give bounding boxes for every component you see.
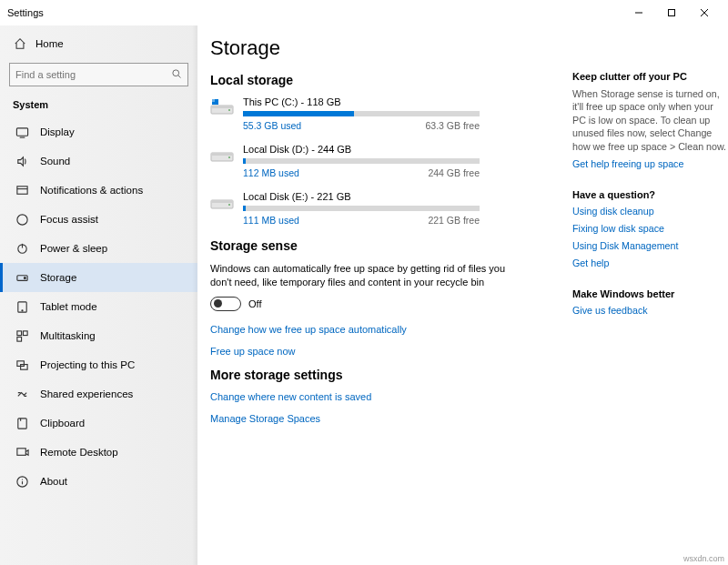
svg-rect-23	[17, 448, 25, 455]
svg-rect-36	[211, 200, 233, 203]
rail-question-links: Using disk cleanupFixing low disk spaceU…	[572, 206, 727, 268]
home-label: Home	[35, 38, 64, 49]
nav-icon	[15, 126, 29, 139]
svg-line-5	[178, 76, 181, 78]
free-label: 244 GB free	[428, 167, 480, 178]
nav-label: About	[40, 476, 67, 487]
nav-icon	[15, 184, 29, 197]
search-icon	[171, 68, 182, 81]
drive-name: This PC (C:) - 118 GB	[243, 96, 556, 107]
nav-item-notifications-actions[interactable]: Notifications & actions	[0, 176, 197, 205]
svg-point-13	[24, 277, 25, 278]
nav-label: Shared experiences	[40, 388, 133, 399]
rail-help-link[interactable]: Get help	[572, 257, 727, 268]
maximize-button[interactable]	[655, 0, 688, 25]
search-input-wrap[interactable]	[9, 63, 188, 86]
nav-item-focus-assist[interactable]: Focus assist	[0, 205, 197, 234]
storage-sense-desc: Windows can automatically free up space …	[210, 262, 529, 289]
nav-icon	[15, 417, 29, 430]
drive-name: Local Disk (E:) - 221 GB	[243, 191, 556, 202]
nav-item-shared-experiences[interactable]: Shared experiences	[0, 379, 197, 409]
toggle-state-label: Off	[248, 298, 261, 309]
nav-icon	[15, 446, 29, 459]
more-storage-heading: More storage settings	[210, 368, 556, 382]
rail-help-link[interactable]: Fixing low disk space	[572, 223, 727, 234]
nav-label: Storage	[40, 272, 76, 283]
home-button[interactable]: Home	[0, 29, 197, 57]
minimize-button[interactable]	[622, 0, 655, 25]
nav-icon	[15, 213, 29, 227]
nav-icon	[15, 329, 29, 343]
svg-point-4	[173, 70, 179, 76]
used-label: 55.3 GB used	[243, 120, 301, 131]
usage-bar	[243, 158, 480, 164]
nav-label: Focus assist	[40, 214, 98, 225]
storage-sense-toggle[interactable]	[210, 297, 241, 311]
titlebar: Settings	[0, 0, 728, 25]
svg-rect-30	[212, 99, 215, 102]
nav-label: Display	[40, 126, 75, 137]
page-title: Storage	[210, 36, 556, 60]
rail-clutter-link[interactable]: Get help freeing up space	[572, 158, 727, 169]
svg-rect-21	[18, 418, 26, 428]
sidebar: Home System DisplaySoundNotifications & …	[0, 25, 197, 565]
nav-item-sound[interactable]: Sound	[0, 146, 197, 176]
drive-icon	[210, 146, 234, 164]
change-how-link[interactable]: Change how we free up space automaticall…	[210, 324, 556, 335]
svg-rect-28	[211, 106, 233, 108]
rail-clutter-desc: When Storage sense is turned on, it'll f…	[572, 87, 727, 153]
nav-item-power-sleep[interactable]: Power & sleep	[0, 234, 197, 263]
nav-label: Notifications & actions	[40, 185, 143, 196]
free-label: 63.3 GB free	[425, 120, 480, 131]
nav-icon	[15, 475, 29, 489]
svg-rect-17	[23, 330, 27, 335]
watermark: wsxdn.com	[683, 554, 724, 563]
nav-label: Remote Desktop	[40, 447, 118, 458]
svg-rect-33	[211, 153, 233, 156]
close-button[interactable]	[688, 0, 721, 25]
nav-item-display[interactable]: Display	[0, 117, 197, 146]
nav-item-storage[interactable]: Storage	[0, 263, 197, 292]
nav-icon	[15, 271, 29, 285]
nav-item-tablet-mode[interactable]: Tablet mode	[0, 292, 197, 321]
nav-icon	[15, 388, 29, 401]
used-label: 112 MB used	[243, 167, 299, 178]
nav-list: DisplaySoundNotifications & actionsFocus…	[0, 117, 197, 496]
nav-icon	[15, 358, 29, 372]
rail-feedback-link[interactable]: Give us feedback	[572, 305, 727, 316]
rail-question-title: Have a question?	[572, 189, 727, 200]
drive-row[interactable]: Local Disk (D:) - 244 GB112 MB used244 G…	[210, 144, 556, 178]
nav-icon	[15, 300, 29, 314]
local-storage-heading: Local storage	[210, 73, 556, 87]
svg-rect-6	[16, 127, 27, 135]
rail-help-link[interactable]: Using Disk Management	[572, 240, 727, 251]
svg-rect-1	[669, 10, 675, 16]
nav-item-about[interactable]: About	[0, 467, 197, 496]
nav-item-projecting-to-this-pc[interactable]: Projecting to this PC	[0, 350, 197, 379]
main-pane: Storage Local storage This PC (C:) - 118…	[197, 25, 728, 565]
nav-label: Power & sleep	[40, 243, 107, 254]
free-up-now-link[interactable]: Free up space now	[210, 346, 556, 357]
usage-bar	[243, 206, 480, 211]
rail-help-link[interactable]: Using disk cleanup	[572, 206, 727, 217]
svg-rect-8	[17, 186, 27, 193]
svg-point-37	[228, 204, 230, 206]
drive-row[interactable]: This PC (C:) - 118 GB55.3 GB used63.3 GB…	[210, 96, 556, 131]
free-label: 221 GB free	[428, 215, 480, 226]
used-label: 111 MB used	[243, 215, 299, 226]
drive-icon	[210, 193, 234, 211]
nav-item-multitasking[interactable]: Multitasking	[0, 321, 197, 350]
home-icon	[13, 36, 26, 50]
drive-row[interactable]: Local Disk (E:) - 221 GB111 MB used221 G…	[210, 191, 556, 226]
nav-icon	[15, 242, 29, 256]
nav-item-clipboard[interactable]: Clipboard	[0, 409, 197, 438]
svg-point-34	[228, 156, 230, 158]
nav-item-remote-desktop[interactable]: Remote Desktop	[0, 438, 197, 467]
svg-rect-16	[17, 330, 22, 335]
nav-label: Projecting to this PC	[40, 359, 135, 370]
manage-spaces-link[interactable]: Manage Storage Spaces	[210, 413, 556, 424]
search-input[interactable]	[15, 69, 171, 80]
change-where-link[interactable]: Change where new content is saved	[210, 391, 556, 402]
svg-point-15	[22, 309, 23, 310]
nav-label: Sound	[40, 156, 70, 166]
